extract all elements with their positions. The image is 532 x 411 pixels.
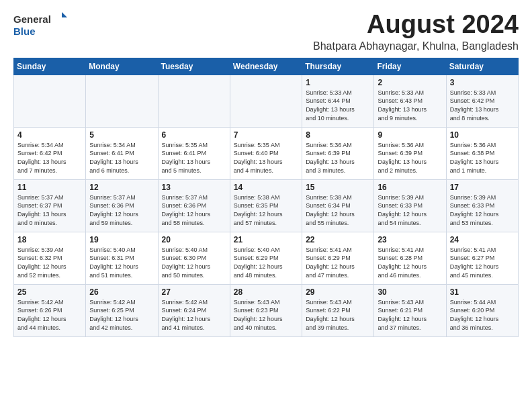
calendar-cell: 30Sunrise: 5:43 AM Sunset: 6:21 PM Dayli… bbox=[374, 284, 446, 336]
svg-marker-1 bbox=[62, 12, 67, 17]
calendar-cell: 27Sunrise: 5:42 AM Sunset: 6:24 PM Dayli… bbox=[158, 284, 230, 336]
day-number: 23 bbox=[378, 235, 442, 244]
day-number: 15 bbox=[306, 183, 370, 192]
calendar-cell bbox=[14, 75, 86, 127]
day-number: 27 bbox=[162, 287, 226, 297]
calendar-cell: 14Sunrise: 5:38 AM Sunset: 6:35 PM Dayli… bbox=[230, 179, 302, 232]
day-number: 28 bbox=[234, 287, 298, 297]
day-number: 31 bbox=[450, 287, 515, 297]
day-number: 16 bbox=[378, 183, 442, 192]
day-number: 11 bbox=[17, 183, 82, 192]
day-number: 18 bbox=[17, 235, 82, 244]
calendar-cell: 6Sunrise: 5:35 AM Sunset: 6:41 PM Daylig… bbox=[158, 127, 230, 179]
week-row-4: 18Sunrise: 5:39 AM Sunset: 6:32 PM Dayli… bbox=[14, 232, 519, 284]
day-info: Sunrise: 5:34 AM Sunset: 6:42 PM Dayligh… bbox=[17, 141, 82, 175]
calendar-cell: 4Sunrise: 5:34 AM Sunset: 6:42 PM Daylig… bbox=[14, 127, 86, 179]
calendar-cell: 1Sunrise: 5:33 AM Sunset: 6:44 PM Daylig… bbox=[302, 75, 374, 127]
header-tuesday: Tuesday bbox=[158, 58, 230, 75]
calendar-cell: 22Sunrise: 5:41 AM Sunset: 6:29 PM Dayli… bbox=[302, 232, 374, 284]
day-number: 22 bbox=[306, 235, 370, 244]
header-saturday: Saturday bbox=[446, 58, 518, 75]
day-info: Sunrise: 5:42 AM Sunset: 6:26 PM Dayligh… bbox=[17, 298, 82, 332]
calendar-cell: 31Sunrise: 5:44 AM Sunset: 6:20 PM Dayli… bbox=[446, 284, 518, 336]
day-info: Sunrise: 5:35 AM Sunset: 6:40 PM Dayligh… bbox=[234, 141, 298, 175]
calendar-cell: 7Sunrise: 5:35 AM Sunset: 6:40 PM Daylig… bbox=[230, 127, 302, 179]
day-number: 1 bbox=[306, 78, 370, 87]
day-info: Sunrise: 5:39 AM Sunset: 6:33 PM Dayligh… bbox=[378, 193, 442, 227]
svg-text:General: General bbox=[13, 13, 51, 25]
day-number: 4 bbox=[17, 130, 82, 140]
day-number: 20 bbox=[162, 235, 226, 244]
calendar-cell: 5Sunrise: 5:34 AM Sunset: 6:41 PM Daylig… bbox=[86, 127, 158, 179]
calendar-cell: 12Sunrise: 5:37 AM Sunset: 6:36 PM Dayli… bbox=[86, 179, 158, 232]
day-info: Sunrise: 5:34 AM Sunset: 6:41 PM Dayligh… bbox=[89, 141, 154, 175]
logo-text: General Blue bbox=[13, 11, 67, 42]
day-number: 12 bbox=[89, 183, 154, 192]
day-number: 2 bbox=[378, 78, 442, 87]
header-sunday: Sunday bbox=[14, 58, 86, 75]
calendar-cell: 8Sunrise: 5:36 AM Sunset: 6:39 PM Daylig… bbox=[302, 127, 374, 179]
day-number: 10 bbox=[450, 130, 515, 140]
calendar-cell: 3Sunrise: 5:33 AM Sunset: 6:42 PM Daylig… bbox=[446, 75, 518, 127]
calendar-cell: 24Sunrise: 5:41 AM Sunset: 6:27 PM Dayli… bbox=[446, 232, 518, 284]
week-row-1: 1Sunrise: 5:33 AM Sunset: 6:44 PM Daylig… bbox=[14, 75, 519, 127]
day-info: Sunrise: 5:40 AM Sunset: 6:30 PM Dayligh… bbox=[162, 246, 226, 279]
day-info: Sunrise: 5:36 AM Sunset: 6:39 PM Dayligh… bbox=[306, 141, 370, 175]
calendar-cell: 25Sunrise: 5:42 AM Sunset: 6:26 PM Dayli… bbox=[14, 284, 86, 336]
day-info: Sunrise: 5:43 AM Sunset: 6:21 PM Dayligh… bbox=[378, 298, 442, 332]
calendar-cell bbox=[158, 75, 230, 127]
location-subtitle: Bhatpara Abhaynagar, Khulna, Bangladesh bbox=[313, 40, 519, 52]
day-info: Sunrise: 5:35 AM Sunset: 6:41 PM Dayligh… bbox=[162, 141, 226, 175]
calendar-cell: 21Sunrise: 5:40 AM Sunset: 6:29 PM Dayli… bbox=[230, 232, 302, 284]
day-info: Sunrise: 5:37 AM Sunset: 6:36 PM Dayligh… bbox=[89, 193, 154, 227]
day-info: Sunrise: 5:43 AM Sunset: 6:22 PM Dayligh… bbox=[306, 298, 370, 332]
logo-svg: General Blue bbox=[13, 11, 67, 39]
day-number: 25 bbox=[17, 287, 82, 297]
day-number: 9 bbox=[378, 130, 442, 140]
day-info: Sunrise: 5:37 AM Sunset: 6:36 PM Dayligh… bbox=[162, 193, 226, 227]
week-row-5: 25Sunrise: 5:42 AM Sunset: 6:26 PM Dayli… bbox=[14, 284, 519, 336]
calendar-header-row: Sunday Monday Tuesday Wednesday Thursday… bbox=[14, 58, 519, 75]
calendar-cell: 19Sunrise: 5:40 AM Sunset: 6:31 PM Dayli… bbox=[86, 232, 158, 284]
calendar-cell: 28Sunrise: 5:43 AM Sunset: 6:23 PM Dayli… bbox=[230, 284, 302, 336]
day-info: Sunrise: 5:42 AM Sunset: 6:25 PM Dayligh… bbox=[89, 298, 154, 332]
day-number: 29 bbox=[306, 287, 370, 297]
day-info: Sunrise: 5:33 AM Sunset: 6:44 PM Dayligh… bbox=[306, 89, 370, 122]
svg-text:Blue: Blue bbox=[13, 26, 36, 37]
calendar-table: Sunday Monday Tuesday Wednesday Thursday… bbox=[13, 58, 519, 337]
day-number: 14 bbox=[234, 183, 298, 192]
day-number: 26 bbox=[89, 287, 154, 297]
day-number: 6 bbox=[162, 130, 226, 140]
day-info: Sunrise: 5:42 AM Sunset: 6:24 PM Dayligh… bbox=[162, 298, 226, 332]
week-row-3: 11Sunrise: 5:37 AM Sunset: 6:37 PM Dayli… bbox=[14, 179, 519, 232]
day-number: 19 bbox=[89, 235, 154, 244]
title-block: August 2024 Bhatpara Abhaynagar, Khulna,… bbox=[313, 11, 519, 52]
day-number: 7 bbox=[234, 130, 298, 140]
calendar-cell bbox=[230, 75, 302, 127]
day-info: Sunrise: 5:37 AM Sunset: 6:37 PM Dayligh… bbox=[17, 193, 82, 227]
day-info: Sunrise: 5:33 AM Sunset: 6:43 PM Dayligh… bbox=[378, 89, 442, 122]
logo: General Blue bbox=[13, 11, 67, 42]
day-info: Sunrise: 5:41 AM Sunset: 6:27 PM Dayligh… bbox=[450, 246, 515, 279]
day-number: 3 bbox=[450, 78, 515, 87]
day-info: Sunrise: 5:33 AM Sunset: 6:42 PM Dayligh… bbox=[450, 89, 515, 122]
header-thursday: Thursday bbox=[302, 58, 374, 75]
calendar-cell: 13Sunrise: 5:37 AM Sunset: 6:36 PM Dayli… bbox=[158, 179, 230, 232]
calendar-cell: 26Sunrise: 5:42 AM Sunset: 6:25 PM Dayli… bbox=[86, 284, 158, 336]
calendar-cell: 16Sunrise: 5:39 AM Sunset: 6:33 PM Dayli… bbox=[374, 179, 446, 232]
header-wednesday: Wednesday bbox=[230, 58, 302, 75]
day-number: 24 bbox=[450, 235, 515, 244]
day-info: Sunrise: 5:39 AM Sunset: 6:33 PM Dayligh… bbox=[450, 193, 515, 227]
day-number: 17 bbox=[450, 183, 515, 192]
day-info: Sunrise: 5:40 AM Sunset: 6:31 PM Dayligh… bbox=[89, 246, 154, 279]
calendar-cell bbox=[86, 75, 158, 127]
day-info: Sunrise: 5:38 AM Sunset: 6:34 PM Dayligh… bbox=[306, 193, 370, 227]
calendar-cell: 9Sunrise: 5:36 AM Sunset: 6:39 PM Daylig… bbox=[374, 127, 446, 179]
calendar-cell: 11Sunrise: 5:37 AM Sunset: 6:37 PM Dayli… bbox=[14, 179, 86, 232]
month-title: August 2024 bbox=[313, 11, 519, 39]
calendar-cell: 18Sunrise: 5:39 AM Sunset: 6:32 PM Dayli… bbox=[14, 232, 86, 284]
day-info: Sunrise: 5:43 AM Sunset: 6:23 PM Dayligh… bbox=[234, 298, 298, 332]
day-number: 13 bbox=[162, 183, 226, 192]
day-info: Sunrise: 5:41 AM Sunset: 6:29 PM Dayligh… bbox=[306, 246, 370, 279]
day-info: Sunrise: 5:38 AM Sunset: 6:35 PM Dayligh… bbox=[234, 193, 298, 227]
